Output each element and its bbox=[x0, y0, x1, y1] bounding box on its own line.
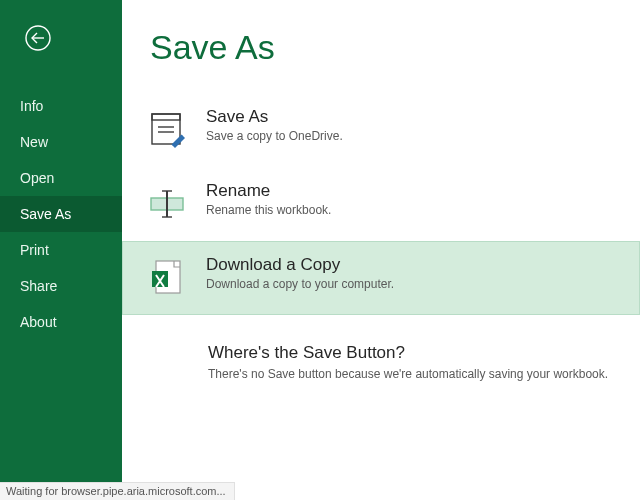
back-button[interactable] bbox=[18, 18, 58, 58]
nav-item-save-as[interactable]: Save As bbox=[0, 196, 122, 232]
back-arrow-icon bbox=[24, 24, 52, 52]
rename-icon bbox=[144, 181, 190, 227]
option-subtitle: Save a copy to OneDrive. bbox=[206, 129, 343, 143]
option-subtitle: Download a copy to your computer. bbox=[206, 277, 394, 291]
info-text: There's no Save button because we're aut… bbox=[208, 367, 640, 381]
option-rename[interactable]: Rename Rename this workbook. bbox=[122, 167, 640, 241]
page-title: Save As bbox=[150, 28, 640, 67]
nav-item-info[interactable]: Info bbox=[0, 88, 122, 124]
option-download-copy[interactable]: Download a Copy Download a copy to your … bbox=[122, 241, 640, 315]
nav-item-about[interactable]: About bbox=[0, 304, 122, 340]
save-as-icon bbox=[144, 107, 190, 153]
option-save-as[interactable]: Save As Save a copy to OneDrive. bbox=[122, 93, 640, 167]
nav-item-open[interactable]: Open bbox=[0, 160, 122, 196]
nav-item-print[interactable]: Print bbox=[0, 232, 122, 268]
svg-marker-7 bbox=[172, 135, 185, 148]
info-block: Where's the Save Button? There's no Save… bbox=[208, 343, 640, 381]
info-title: Where's the Save Button? bbox=[208, 343, 640, 363]
svg-rect-2 bbox=[152, 114, 180, 144]
options-list: Save As Save a copy to OneDrive. Rename … bbox=[122, 93, 640, 315]
backstage-sidebar: Info New Open Save As Print Share About bbox=[0, 0, 122, 500]
svg-rect-3 bbox=[152, 114, 180, 120]
option-title: Download a Copy bbox=[206, 255, 394, 275]
nav-item-new[interactable]: New bbox=[0, 124, 122, 160]
option-title: Save As bbox=[206, 107, 343, 127]
option-title: Rename bbox=[206, 181, 331, 201]
nav-item-share[interactable]: Share bbox=[0, 268, 122, 304]
nav-list: Info New Open Save As Print Share About bbox=[0, 88, 122, 340]
main-panel: Save As Save As Save a copy to OneDrive. bbox=[122, 0, 640, 500]
svg-rect-13 bbox=[152, 271, 168, 287]
download-copy-icon bbox=[144, 255, 190, 301]
status-bar: Waiting for browser.pipe.aria.microsoft.… bbox=[0, 482, 235, 500]
option-subtitle: Rename this workbook. bbox=[206, 203, 331, 217]
